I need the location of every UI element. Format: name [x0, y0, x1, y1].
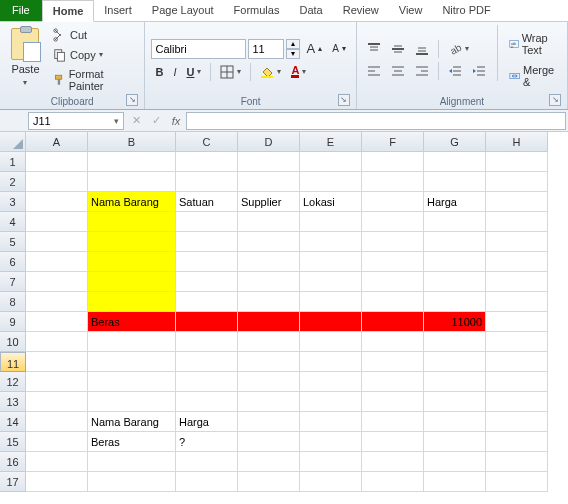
wrap-text-button[interactable]: abcWrap Text	[505, 30, 561, 58]
cell-C8[interactable]	[176, 292, 238, 312]
cell-E13[interactable]	[300, 392, 362, 412]
row-header-9[interactable]: 9	[0, 312, 26, 332]
cell-H1[interactable]	[486, 152, 548, 172]
cell-F9[interactable]	[362, 312, 424, 332]
cell-A7[interactable]	[26, 272, 88, 292]
cell-D16[interactable]	[238, 452, 300, 472]
row-header-8[interactable]: 8	[0, 292, 26, 312]
cut-button[interactable]: Cut	[49, 26, 139, 44]
italic-button[interactable]: I	[169, 64, 180, 80]
cell-H13[interactable]	[486, 392, 548, 412]
cell-C6[interactable]	[176, 252, 238, 272]
format-painter-button[interactable]: Format Painter	[49, 66, 139, 94]
cell-C17[interactable]	[176, 472, 238, 492]
cell-E4[interactable]	[300, 212, 362, 232]
cell-G9[interactable]: 11000	[424, 312, 486, 332]
cell-B12[interactable]	[88, 372, 176, 392]
cell-D13[interactable]	[238, 392, 300, 412]
dec-indent-button[interactable]	[444, 62, 466, 80]
cell-A8[interactable]	[26, 292, 88, 312]
cell-B1[interactable]	[88, 152, 176, 172]
cell-A13[interactable]	[26, 392, 88, 412]
cell-B17[interactable]	[88, 472, 176, 492]
cell-H12[interactable]	[486, 372, 548, 392]
cell-A14[interactable]	[26, 412, 88, 432]
align-right-button[interactable]	[411, 62, 433, 80]
col-header-B[interactable]: B	[88, 132, 176, 152]
row-header-5[interactable]: 5	[0, 232, 26, 252]
cell-G4[interactable]	[424, 212, 486, 232]
col-header-D[interactable]: D	[238, 132, 300, 152]
tab-nitro[interactable]: Nitro PDF	[432, 0, 500, 21]
cell-F7[interactable]	[362, 272, 424, 292]
cell-G17[interactable]	[424, 472, 486, 492]
cell-B11[interactable]	[88, 352, 176, 372]
cell-E11[interactable]	[300, 352, 362, 372]
cell-B13[interactable]	[88, 392, 176, 412]
cell-G5[interactable]	[424, 232, 486, 252]
cell-E16[interactable]	[300, 452, 362, 472]
align-bottom-button[interactable]	[411, 40, 433, 58]
cell-F5[interactable]	[362, 232, 424, 252]
row-header-10[interactable]: 10	[0, 332, 26, 352]
cell-F11[interactable]	[362, 352, 424, 372]
cell-E1[interactable]	[300, 152, 362, 172]
cell-G8[interactable]	[424, 292, 486, 312]
cell-F6[interactable]	[362, 252, 424, 272]
cell-A16[interactable]	[26, 452, 88, 472]
cell-F3[interactable]	[362, 192, 424, 212]
cell-H4[interactable]	[486, 212, 548, 232]
cell-G7[interactable]	[424, 272, 486, 292]
merge-button[interactable]: Merge &	[505, 62, 561, 90]
bold-button[interactable]: B	[151, 64, 167, 80]
cell-E12[interactable]	[300, 372, 362, 392]
cell-F10[interactable]	[362, 332, 424, 352]
row-header-13[interactable]: 13	[0, 392, 26, 412]
cell-H6[interactable]	[486, 252, 548, 272]
cell-H10[interactable]	[486, 332, 548, 352]
cell-E2[interactable]	[300, 172, 362, 192]
cell-F17[interactable]	[362, 472, 424, 492]
cell-H9[interactable]	[486, 312, 548, 332]
tab-home[interactable]: Home	[42, 0, 95, 22]
cell-C7[interactable]	[176, 272, 238, 292]
row-header-3[interactable]: 3	[0, 192, 26, 212]
cell-E17[interactable]	[300, 472, 362, 492]
cell-H14[interactable]	[486, 412, 548, 432]
row-header-4[interactable]: 4	[0, 212, 26, 232]
col-header-C[interactable]: C	[176, 132, 238, 152]
fx-button[interactable]: fx	[166, 115, 186, 127]
cell-D8[interactable]	[238, 292, 300, 312]
cell-E9[interactable]	[300, 312, 362, 332]
font-name-select[interactable]	[151, 39, 246, 59]
cell-B5[interactable]	[88, 232, 176, 252]
cell-C2[interactable]	[176, 172, 238, 192]
cell-E7[interactable]	[300, 272, 362, 292]
fill-color-button[interactable]: ▾	[256, 63, 285, 81]
select-all-button[interactable]	[0, 132, 26, 152]
row-header-1[interactable]: 1	[0, 152, 26, 172]
cell-C11[interactable]	[176, 352, 238, 372]
cell-F4[interactable]	[362, 212, 424, 232]
cell-H11[interactable]	[486, 352, 548, 372]
align-top-button[interactable]	[363, 40, 385, 58]
cell-B8[interactable]	[88, 292, 176, 312]
cell-B10[interactable]	[88, 332, 176, 352]
col-header-F[interactable]: F	[362, 132, 424, 152]
row-header-14[interactable]: 14	[0, 412, 26, 432]
paste-button[interactable]: Paste ▾	[6, 25, 45, 94]
cell-G11[interactable]	[424, 352, 486, 372]
cell-F14[interactable]	[362, 412, 424, 432]
alignment-launcher[interactable]: ↘	[549, 94, 561, 106]
grow-font-button[interactable]: A▴	[302, 39, 326, 58]
cell-G15[interactable]	[424, 432, 486, 452]
tab-formulas[interactable]: Formulas	[224, 0, 290, 21]
font-size-select[interactable]	[248, 39, 284, 59]
row-header-12[interactable]: 12	[0, 372, 26, 392]
cell-D15[interactable]	[238, 432, 300, 452]
cell-H3[interactable]	[486, 192, 548, 212]
cell-A1[interactable]	[26, 152, 88, 172]
cell-B4[interactable]	[88, 212, 176, 232]
borders-button[interactable]: ▾	[216, 63, 245, 81]
cell-G12[interactable]	[424, 372, 486, 392]
